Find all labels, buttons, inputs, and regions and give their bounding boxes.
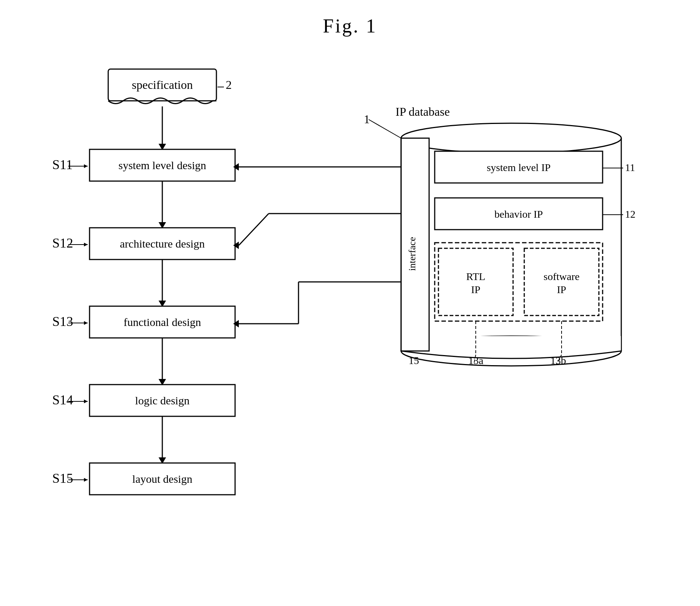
svg-marker-9 xyxy=(159,301,166,307)
ref-15: 15 xyxy=(409,355,419,366)
ref-13b: 13b xyxy=(550,355,566,366)
svg-rect-7 xyxy=(90,228,235,260)
svg-rect-27 xyxy=(435,243,603,321)
s12-ref: S12 xyxy=(52,236,73,251)
svg-rect-16 xyxy=(90,463,235,495)
rtl-ip-label2: IP xyxy=(471,284,481,295)
svg-rect-29 xyxy=(524,248,599,316)
s14-label: logic design xyxy=(135,394,190,407)
svg-marker-12 xyxy=(159,379,166,385)
svg-rect-13 xyxy=(90,385,235,416)
s15-label: layout design xyxy=(132,473,193,485)
svg-rect-4 xyxy=(90,149,235,181)
s11-ref: S11 xyxy=(52,157,73,172)
s13-ref: S13 xyxy=(52,314,73,329)
svg-line-38 xyxy=(239,214,269,245)
svg-marker-3 xyxy=(159,144,166,150)
svg-rect-23 xyxy=(435,151,603,183)
svg-line-33 xyxy=(557,355,562,364)
svg-marker-43 xyxy=(233,320,239,327)
db-title-label: IP database xyxy=(396,105,450,118)
behavior-ip-label: behavior IP xyxy=(494,208,543,220)
svg-marker-6 xyxy=(159,222,166,229)
svg-marker-15 xyxy=(159,457,166,464)
svg-rect-21 xyxy=(401,336,621,351)
system-level-ip-label: system level IP xyxy=(487,162,550,173)
ref-2-label: 2 xyxy=(226,78,232,91)
s14-ref: S14 xyxy=(52,392,73,407)
svg-line-44 xyxy=(369,119,401,138)
ref-11: 11 xyxy=(625,162,635,173)
software-ip-label2: IP xyxy=(557,284,566,295)
db-ref-label: 1 xyxy=(364,112,370,126)
svg-line-31 xyxy=(474,355,476,364)
diagram-svg: specification 2 system level design S11 … xyxy=(0,0,700,606)
rtl-ip-label: RTL xyxy=(466,271,485,282)
ref-12: 12 xyxy=(625,208,635,220)
svg-marker-39 xyxy=(233,242,239,249)
s12-label: architecture design xyxy=(120,237,204,250)
svg-point-20 xyxy=(401,336,621,366)
software-ip-label: software xyxy=(544,271,579,282)
page-title: Fig. 1 xyxy=(0,0,700,37)
ref-13a: 13a xyxy=(468,355,484,366)
s11-label: system level design xyxy=(119,159,206,171)
svg-point-17 xyxy=(401,123,621,153)
svg-rect-22 xyxy=(401,138,429,351)
svg-rect-28 xyxy=(438,248,513,316)
svg-rect-25 xyxy=(435,198,603,230)
s15-ref: S15 xyxy=(52,471,73,486)
interface-label: interface xyxy=(407,237,418,271)
svg-rect-0 xyxy=(108,69,216,101)
svg-rect-10 xyxy=(90,306,235,338)
spec-label: specification xyxy=(132,78,193,91)
svg-marker-36 xyxy=(233,163,239,171)
s13-label: functional design xyxy=(124,316,201,328)
